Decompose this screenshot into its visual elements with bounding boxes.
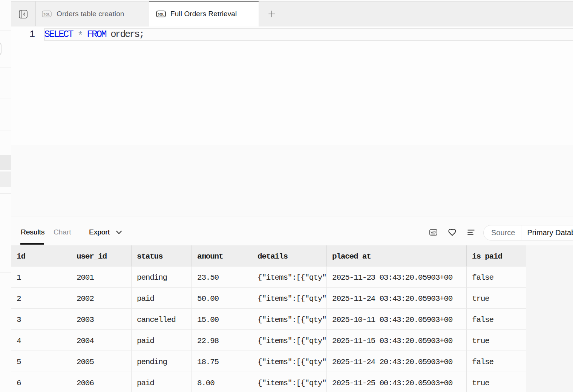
svg-text:SQL: SQL — [158, 13, 164, 16]
svg-text:SQL: SQL — [43, 13, 50, 16]
